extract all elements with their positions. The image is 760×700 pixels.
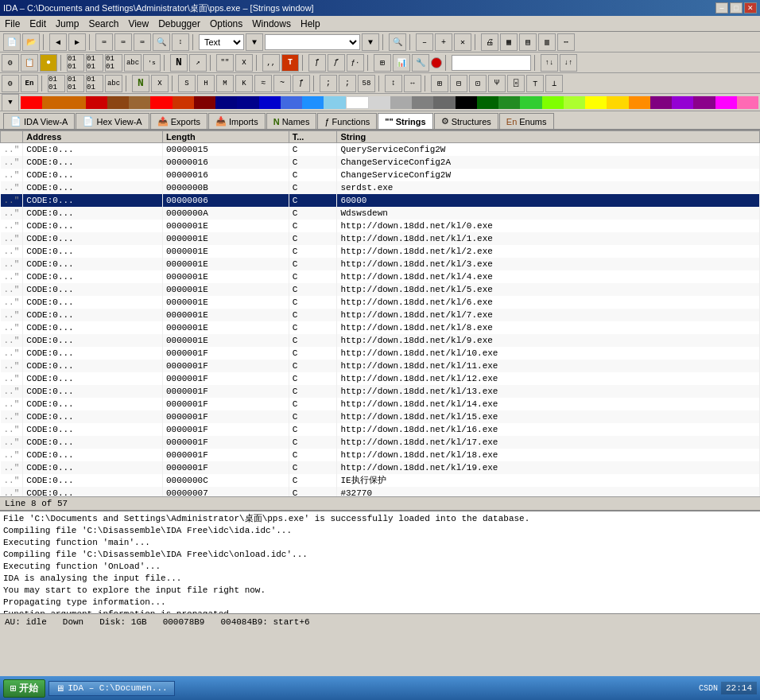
table-row[interactable]: .." CODE:0... 0000001E C http://down.18d… [1,258,760,270]
table-row[interactable]: .." CODE:0... 0000001F C http://down.18d… [1,398,760,410]
t2-btn18[interactable]: 📊 [393,54,410,72]
t2-btn21[interactable]: ↑↓ [541,54,558,72]
color-greenyellow[interactable] [564,96,585,109]
t3-btn8[interactable]: H [197,75,215,92]
t2-t-btn[interactable]: T [281,54,299,72]
t3-btn14[interactable]: ; [320,75,337,92]
table-row[interactable]: .." CODE:0... 0000001F C http://down.18d… [1,347,760,360]
color-blue[interactable] [237,96,258,109]
t3-btn21[interactable]: ⊡ [469,75,487,92]
color-orange[interactable] [42,96,64,109]
start-button[interactable]: ⊞ 开始 [3,679,45,698]
view-type-dropdown[interactable]: Text Graph [199,34,244,50]
t3-btn19[interactable]: ⊞ [431,75,448,92]
tab-exports[interactable]: 📤 Exports [150,113,207,129]
menu-edit[interactable]: Edit [25,17,51,31]
col-address[interactable]: Address [23,131,163,143]
t3-btn5[interactable]: abc [105,75,122,92]
back-btn[interactable]: ◀ [49,33,67,51]
tab-ida-view[interactable]: 📄 IDA View-A [3,113,75,129]
dropdown-arrow2[interactable]: ▼ [362,33,379,51]
btn7[interactable]: ↕ [172,33,189,51]
table-row[interactable]: .." CODE:0... 0000001F C http://down.18d… [1,410,760,423]
tab-functions[interactable]: ƒ Functions [317,113,377,129]
dropdown-arrow[interactable]: ▼ [246,33,263,51]
color-limegreen[interactable] [520,96,541,109]
menu-windows[interactable]: Windows [247,17,296,31]
layout-btn3[interactable]: ▥ [538,33,556,51]
color-red3[interactable] [150,96,172,109]
table-row[interactable]: .." CODE:0... 00000015 C QueryServiceCon… [1,143,760,156]
btn4[interactable]: ⌨ [114,33,132,51]
t2-btn5[interactable]: 01 01 [86,54,103,72]
t3-btn22[interactable]: Ψ [488,75,506,92]
table-row[interactable]: .." CODE:0... 0000001E C http://down.18d… [1,296,760,309]
color-dodger[interactable] [302,96,324,109]
secondary-dropdown[interactable] [265,34,360,50]
t3-btn17[interactable]: ↕ [385,75,402,92]
t3-btn25[interactable]: ⊥ [545,75,563,92]
col-length[interactable]: Length [162,131,289,143]
table-row[interactable]: .." CODE:0... 0000001E C http://down.18d… [1,321,760,334]
color-dkgray[interactable] [390,96,412,109]
menu-view[interactable]: View [123,17,153,31]
tab-structures[interactable]: ⚙ Structures [434,113,498,129]
strings-table-container[interactable]: Address Length T... String .." CODE:0...… [0,130,760,496]
table-row[interactable]: .." CODE:0... 0000001F C http://down.18d… [1,461,760,474]
t2-btn11[interactable]: "" [216,54,234,72]
layout-btn[interactable]: ▦ [500,33,518,51]
color-red2[interactable] [86,96,107,109]
minus-btn[interactable]: – [416,33,433,51]
taskbar-window-ida[interactable]: 🖥 IDA – C:\Documen... [48,681,174,696]
table-row[interactable]: .." CODE:0... 0000001E C http://down.18d… [1,270,760,283]
t2-btn9[interactable]: N [170,54,188,72]
menu-jump[interactable]: Jump [51,17,83,31]
t3-btn16[interactable]: 58 [358,75,375,92]
color-purple[interactable] [650,96,672,109]
t3-btn6[interactable]: x [151,75,169,92]
color-yellow[interactable] [585,96,607,109]
color-dkgreen[interactable] [477,96,498,109]
color-navy[interactable] [215,96,237,109]
col-string[interactable]: String [337,131,760,143]
table-row[interactable]: .." CODE:0... 0000000A C Wdswsdewn [1,207,760,220]
t2-btn13[interactable]: ,, [262,54,280,72]
t3-btn3[interactable]: 01 01 [67,75,84,92]
btn6[interactable]: 🔍 [153,33,170,51]
color-tan[interactable] [129,96,150,109]
t3-btn9[interactable]: M [216,75,234,92]
t3-btn12[interactable]: ~ [273,75,291,92]
menu-file[interactable]: File [0,17,25,31]
t3-btn11[interactable]: ≈ [254,75,272,92]
btn3[interactable]: ⌨ [95,33,113,51]
color-maroon[interactable] [194,96,215,109]
color-gray[interactable] [412,96,433,109]
table-row[interactable]: .." CODE:0... 0000001F C http://down.18d… [1,385,760,398]
t2-btn12[interactable]: x [235,54,253,72]
table-row[interactable]: .." CODE:0... 00000007 C #32770 [1,487,760,497]
t2-btn20[interactable] [431,57,442,68]
btn5[interactable]: ⌨ [134,33,151,51]
t2-btn4[interactable]: 01 01 [67,54,84,72]
menu-options[interactable]: Options [205,17,247,31]
table-row[interactable]: .." CODE:0... 0000001E C http://down.18d… [1,232,760,245]
t3-btn13[interactable]: ƒ [293,75,310,92]
t3-n-btn[interactable]: N [132,75,149,92]
color-red[interactable] [21,96,42,109]
t2-btn1[interactable]: ⚙ [2,54,19,72]
color-forestgreen[interactable] [498,96,520,109]
t3-btn10[interactable]: K [235,75,253,92]
t3-btn4[interactable]: 01 01 [86,75,103,92]
table-row[interactable]: .." CODE:0... 0000001E C http://down.18d… [1,283,760,296]
t3-btn7[interactable]: S [178,75,196,92]
close-button[interactable]: ✕ [744,2,757,14]
t2-btn7[interactable]: abc [124,54,142,72]
color-dimgray[interactable] [433,96,455,109]
t2-btn15[interactable]: ƒ [328,54,345,72]
forward-btn[interactable]: ▶ [68,33,86,51]
t2-btn3[interactable]: ● [40,54,57,72]
t2-btn19[interactable]: 🔧 [412,54,429,72]
color-magenta[interactable] [715,96,737,109]
table-row[interactable]: .." CODE:0... 00000016 C ChangeServiceCo… [1,156,760,169]
tab-strings[interactable]: "" Strings [378,113,432,129]
